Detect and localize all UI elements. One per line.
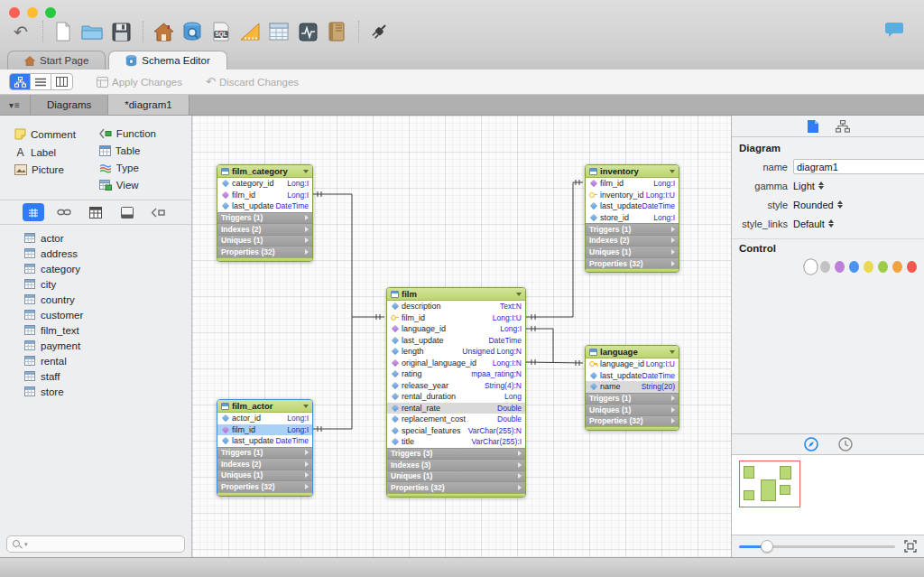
properties-tab-icon[interactable] xyxy=(807,119,819,134)
tab-list-menu-icon[interactable]: ▾≡ xyxy=(0,95,31,115)
table-section-row[interactable]: Uniques (1) xyxy=(586,246,679,257)
new-file-icon[interactable] xyxy=(50,20,77,43)
collapse-caret-icon[interactable] xyxy=(670,350,675,354)
structure-tab-icon[interactable] xyxy=(836,120,850,133)
foreign-keys-icon[interactable] xyxy=(53,203,75,221)
table-header[interactable]: film_actor xyxy=(217,400,312,413)
functions-objects-icon[interactable] xyxy=(147,203,169,221)
table-section-row[interactable]: Uniques (1) xyxy=(217,235,312,247)
materialized-views-icon[interactable] xyxy=(116,203,138,221)
field-row[interactable]: film_id Long:I xyxy=(217,190,312,201)
field-row[interactable]: length Unsigned Long:N xyxy=(387,346,525,358)
field-row[interactable]: name String(20) xyxy=(586,381,679,393)
field-row[interactable]: special_features VarChar(255):N xyxy=(387,425,525,437)
palette-item-function[interactable]: Function xyxy=(99,128,156,139)
field-row[interactable]: rental_rate Double xyxy=(387,403,525,414)
views-objects-icon[interactable] xyxy=(85,203,106,221)
zoom-slider-thumb[interactable] xyxy=(761,540,773,553)
palette-item-view[interactable]: View xyxy=(99,180,156,191)
field-row[interactable]: last_update DateTime xyxy=(217,200,312,212)
field-row[interactable]: language_id Long:I xyxy=(387,323,525,335)
style-links-select[interactable]: Default xyxy=(793,219,834,229)
palette-item-comment[interactable]: Comment xyxy=(14,128,76,140)
diagram-view-icon[interactable] xyxy=(10,74,31,89)
table-section-row[interactable]: Triggers (1) xyxy=(217,212,312,224)
table-node-film[interactable]: film description Text:N film_id Long:I:U xyxy=(386,287,526,498)
table-node-film-actor[interactable]: film_actor actor_id Long:I film_id Long:… xyxy=(217,399,313,497)
table-section-row[interactable]: Properties (32) xyxy=(586,415,679,427)
table-section-row[interactable]: Indexes (2) xyxy=(217,223,312,235)
table-list-item[interactable]: actor xyxy=(0,230,191,246)
plug-icon[interactable] xyxy=(365,20,393,43)
schema-icon[interactable] xyxy=(179,20,206,43)
table-node-language[interactable]: language language_id Long:I:U last_updat… xyxy=(585,345,679,431)
table-list-item[interactable]: staff xyxy=(0,368,191,384)
table-list-item[interactable]: film_text xyxy=(0,322,191,338)
field-row[interactable]: release_year String(4):N xyxy=(387,380,525,392)
monitor-icon[interactable] xyxy=(294,20,321,43)
color-swatch[interactable] xyxy=(907,261,917,273)
palette-item-type[interactable]: Type xyxy=(99,163,156,173)
style-select[interactable]: Rounded xyxy=(793,200,843,210)
field-row[interactable]: rental_duration Long xyxy=(387,391,525,403)
table-section-row[interactable]: Properties (32) xyxy=(586,257,679,269)
table-section-row[interactable]: Uniques (1) xyxy=(586,404,679,415)
zoom-slider[interactable] xyxy=(739,545,895,548)
table-section-row[interactable]: Uniques (1) xyxy=(217,470,312,481)
color-swatch[interactable] xyxy=(835,261,845,273)
diagram-canvas[interactable]: film_category category_id Long:I film_id… xyxy=(192,116,731,557)
color-swatch[interactable] xyxy=(892,261,902,273)
color-swatch[interactable] xyxy=(849,261,859,273)
field-row[interactable]: title VarChar(255):I xyxy=(387,436,525,448)
field-row[interactable]: language_id Long:I:U xyxy=(586,358,679,370)
tab-diagrams[interactable]: Diagrams xyxy=(31,95,108,115)
search-input[interactable]: ▾ xyxy=(6,535,185,553)
table-list-item[interactable]: category xyxy=(0,261,191,276)
column-view-icon[interactable] xyxy=(51,74,72,89)
undo-icon[interactable]: ↶ xyxy=(7,20,34,43)
table-header[interactable]: film xyxy=(387,288,525,301)
color-swatch[interactable] xyxy=(806,261,816,273)
field-row[interactable]: actor_id Long:I xyxy=(217,413,312,424)
field-row[interactable]: last_update DateTime xyxy=(387,335,525,347)
sql-icon[interactable]: SQL xyxy=(208,20,235,43)
table-header[interactable]: film_category xyxy=(217,165,312,178)
history-tab-icon[interactable] xyxy=(838,437,853,451)
palette-item-table[interactable]: Table xyxy=(99,145,156,156)
table-list-item[interactable]: payment xyxy=(0,338,191,353)
color-swatch[interactable] xyxy=(878,261,888,273)
field-row[interactable]: film_id Long:I xyxy=(586,178,679,190)
collapse-caret-icon[interactable] xyxy=(670,170,675,173)
ruler-icon[interactable] xyxy=(236,20,263,43)
palette-item-picture[interactable]: Picture xyxy=(14,164,76,175)
table-header[interactable]: inventory xyxy=(586,165,679,178)
list-view-icon[interactable] xyxy=(31,74,51,89)
field-row[interactable]: replacement_cost Double xyxy=(387,414,525,425)
field-row[interactable]: last_update DateTime xyxy=(217,435,312,447)
field-row[interactable]: rating mpaa_rating:N xyxy=(387,368,525,380)
color-swatch[interactable] xyxy=(864,261,873,273)
tab-start-page[interactable]: Start Page xyxy=(7,51,106,70)
chat-icon[interactable] xyxy=(884,22,904,37)
navigator-tab-icon[interactable] xyxy=(804,437,818,451)
tab-diagram1[interactable]: *diagram1 xyxy=(108,95,189,115)
collapse-caret-icon[interactable] xyxy=(516,293,522,296)
field-row[interactable]: last_update DateTime xyxy=(586,370,679,382)
table-list-item[interactable]: address xyxy=(0,246,191,261)
table-section-row[interactable]: Triggers (1) xyxy=(217,447,312,459)
tab-schema-editor[interactable]: Schema Editor xyxy=(108,51,226,70)
field-row[interactable]: store_id Long:I xyxy=(586,212,679,224)
tables-objects-icon[interactable] xyxy=(23,203,44,221)
close-window-button[interactable] xyxy=(9,7,20,18)
table-list-item[interactable]: store xyxy=(0,384,191,399)
field-row[interactable]: film_id Long:I:U xyxy=(387,312,525,324)
table-section-row[interactable]: Indexes (2) xyxy=(586,235,679,247)
field-row[interactable]: film_id Long:I xyxy=(217,424,312,436)
field-row[interactable]: inventory_id Long:I:U xyxy=(586,190,679,201)
palette-item-label[interactable]: A Label xyxy=(14,146,76,158)
home-icon[interactable] xyxy=(150,20,177,43)
table-section-row[interactable]: Triggers (1) xyxy=(586,393,679,405)
discard-changes-button[interactable]: ↶ Discard Changes xyxy=(206,76,299,88)
minimize-window-button[interactable] xyxy=(27,7,38,18)
minimap[interactable] xyxy=(732,455,924,535)
